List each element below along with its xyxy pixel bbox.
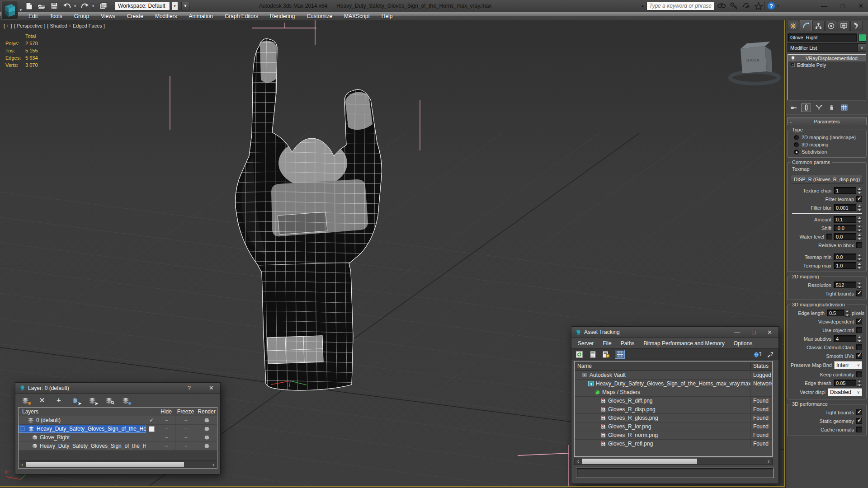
asset-table-hscrollbar[interactable]: ‹ ›	[574, 458, 773, 465]
menu-group[interactable]: Group	[68, 13, 95, 19]
tight-bounds-3d-checkbox[interactable]	[856, 409, 862, 415]
tab-create[interactable]	[787, 21, 799, 31]
tab-utilities[interactable]	[850, 21, 863, 31]
menu-maxscript[interactable]: MAXScript	[338, 13, 376, 19]
workspace-selector[interactable]: Workspace: Default	[115, 2, 170, 10]
subscription-key-icon[interactable]	[730, 2, 738, 9]
shift-field[interactable]: -0.0	[834, 225, 856, 231]
vector-displ-select[interactable]: Disabled ∨	[828, 388, 862, 396]
edge-thresh-spinner[interactable]	[857, 379, 862, 387]
object-name-field[interactable]: Glove_Right	[788, 33, 857, 42]
scroll-left-icon[interactable]: ‹	[575, 458, 582, 465]
current-layer-check[interactable]: ✓	[146, 416, 157, 424]
water-level-spinner[interactable]	[857, 233, 862, 240]
render-toggle[interactable]	[196, 416, 217, 424]
asset-table-header[interactable]: Name Status	[575, 361, 772, 371]
expand-icon[interactable]: +	[791, 63, 795, 67]
render-toggle[interactable]	[196, 425, 217, 433]
relative-bbox-checkbox[interactable]	[856, 242, 862, 248]
current-layer-checkbox[interactable]	[146, 425, 157, 433]
open-file-button[interactable]	[36, 1, 47, 11]
pin-stack-button[interactable]	[788, 103, 798, 112]
scrollbar-thumb[interactable]	[582, 459, 697, 464]
refresh-button[interactable]	[574, 350, 584, 359]
tab-modify[interactable]	[800, 20, 812, 31]
column-freeze[interactable]: Freeze	[175, 408, 196, 416]
smooth-uvs-checkbox[interactable]	[856, 353, 862, 359]
help-button[interactable]: ?	[188, 385, 191, 391]
tab-hierarchy[interactable]	[812, 21, 825, 31]
menu-help[interactable]: Help	[376, 13, 399, 19]
scrollbar-track[interactable]	[582, 458, 765, 465]
parameters-rollout-header[interactable]: - Parameters	[787, 117, 867, 125]
viewport-pov-menu[interactable]: [ Perspective ]	[14, 23, 46, 28]
undo-button[interactable]	[61, 1, 72, 11]
tight-bounds-2d-checkbox[interactable]	[856, 291, 862, 296]
help-icon[interactable]: ?	[767, 1, 776, 10]
communication-center-icon[interactable]	[742, 2, 750, 9]
configure-modifier-sets-button[interactable]	[839, 103, 849, 112]
redo-button[interactable]	[80, 1, 90, 11]
table-row-bitmap[interactable]: Gloves_R_diff.png Found	[575, 397, 772, 405]
texmap-min-spinner[interactable]	[857, 253, 862, 261]
water-level-field[interactable]: 0.0	[834, 233, 856, 240]
hide-freeze-layer-button[interactable]: ✲	[120, 396, 131, 405]
use-object-mtl-checkbox[interactable]	[856, 327, 862, 333]
view-dependent-checkbox[interactable]	[856, 319, 862, 324]
modifier-stack-item-vray-displacement[interactable]: VRayDisplacementMod	[788, 55, 866, 61]
view-cube[interactable]: BACK	[730, 42, 779, 84]
layer-table-header[interactable]: Layers Hide Freeze Render	[19, 408, 217, 416]
water-level-checkbox[interactable]	[826, 234, 832, 239]
workspace-menu-button[interactable]: ▼	[181, 2, 189, 10]
table-row-maps-shaders[interactable]: Maps / Shaders	[575, 388, 772, 397]
shift-spinner[interactable]	[857, 224, 862, 232]
minimize-button[interactable]: —	[821, 2, 827, 9]
report-view-button[interactable]	[588, 350, 598, 359]
type-option-subdivision[interactable]: Subdivision	[788, 148, 865, 155]
scrollbar-track[interactable]	[26, 461, 210, 468]
column-hide[interactable]: Hide	[157, 408, 175, 416]
table-row-max-file[interactable]: 3 Heavy_Duty_Safety_Gloves_Sign_of_the_H…	[575, 380, 772, 388]
context-help-icon[interactable]: ?	[766, 350, 776, 359]
close-button[interactable]: ✕	[767, 329, 772, 336]
texmap-max-spinner[interactable]	[857, 262, 862, 269]
remove-modifier-button[interactable]	[826, 103, 836, 112]
edge-length-spinner[interactable]	[844, 309, 850, 317]
tab-motion[interactable]	[825, 21, 837, 31]
viewport-shading-menu[interactable]: [ Shaded + Edged Faces ]	[47, 23, 105, 28]
amount-spinner[interactable]	[857, 216, 862, 223]
radio-icon[interactable]	[794, 142, 799, 147]
scroll-right-icon[interactable]: ›	[210, 462, 217, 468]
table-view-button[interactable]	[615, 350, 625, 359]
maximize-button[interactable]: □	[841, 2, 844, 9]
workspace-caret-icon[interactable]: ▾	[172, 2, 178, 10]
lightbulb-icon[interactable]	[791, 56, 795, 61]
object-row-gloves-group[interactable]: Heavy_Duty_Safety_Gloves_Sign_of_the_Hor…	[19, 442, 217, 450]
menu-rendering[interactable]: Rendering	[264, 13, 301, 19]
show-end-result-button[interactable]	[801, 103, 811, 112]
column-current[interactable]	[146, 408, 157, 416]
menu-animation[interactable]: Animation	[183, 13, 219, 19]
filter-blur-spinner[interactable]	[857, 204, 862, 211]
hide-toggle[interactable]: −	[157, 416, 175, 424]
menu-graph-editors[interactable]: Graph Editors	[219, 13, 264, 19]
layer-row-default[interactable]: 0 (default) ✓ − −	[19, 416, 217, 425]
table-row-autodesk-vault[interactable]: Autodesk Vault Logged O	[575, 371, 772, 380]
menu-paths[interactable]: Paths	[617, 340, 638, 347]
table-row-bitmap[interactable]: Gloves_R_gloss.png Found	[575, 414, 772, 422]
edge-length-field[interactable]: 0.5	[827, 310, 844, 316]
type-option-3d-mapping[interactable]: 3D mapping	[788, 141, 865, 148]
edge-thresh-field[interactable]: 0.05	[834, 380, 856, 386]
glove-model[interactable]	[230, 37, 391, 393]
layer-dialog-titlebar[interactable]: Layer: 0 (default) ? ✕	[15, 383, 220, 394]
cache-normals-checkbox[interactable]	[856, 427, 862, 432]
make-unique-button[interactable]	[814, 103, 824, 112]
texmap-button[interactable]: DISP_R (Gloves_R_disp.png)	[791, 175, 863, 183]
layer-table-hscrollbar[interactable]: ‹ ›	[19, 461, 217, 468]
radio-icon-selected[interactable]	[794, 150, 799, 155]
project-folder-button[interactable]	[98, 1, 108, 11]
table-row-bitmap[interactable]: Gloves_R_norm.png Found	[575, 431, 772, 440]
column-render[interactable]: Render	[196, 408, 217, 416]
collapse-icon[interactable]: −	[20, 427, 24, 431]
preserve-map-bnd-select[interactable]: Interr ∨	[834, 361, 862, 369]
